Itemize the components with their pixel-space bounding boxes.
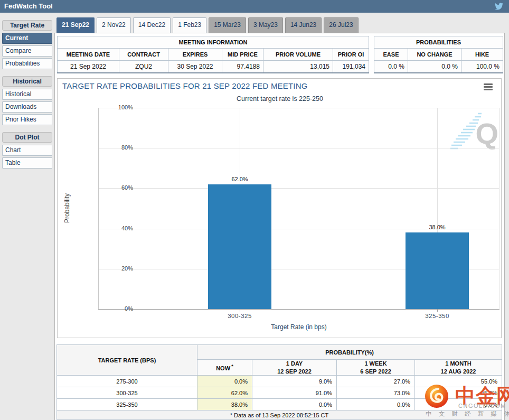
- x-tick: [240, 309, 240, 312]
- twitter-icon[interactable]: [494, 2, 504, 11]
- bar: [208, 184, 271, 309]
- x-axis-title: Target Rate (in bps): [98, 323, 499, 331]
- 1week-cell: 73.0%: [337, 387, 415, 399]
- now-cell: 0.0%: [197, 376, 252, 387]
- probabilities-row: 0.0 % 0.0 % 100.0 %: [374, 61, 503, 73]
- meeting-date-value: 21 Sep 2022: [58, 61, 119, 73]
- table-row: 275-300 0.0% 9.0% 27.0% 55.0%: [57, 376, 502, 387]
- col-header-prior-volume: PRIOR VOLUME: [263, 49, 333, 61]
- fedwatch-tool-screen: FedWatch Tool Target Rate Current Compar…: [0, 0, 509, 420]
- prior-oi-value: 191,034: [333, 61, 369, 73]
- y-axis-line: [98, 108, 99, 309]
- 1day-cell: 0.0%: [252, 399, 337, 410]
- app-title: FedWatch Tool: [4, 0, 53, 13]
- col-header-1month: 1 MONTH12 AUG 2022: [415, 360, 502, 376]
- rate-cell: 325-350: [57, 399, 197, 410]
- rate-cell: 300-325: [57, 387, 197, 399]
- now-cell: 62.0%: [197, 387, 252, 399]
- target-rate-bps-header: TARGET RATE (BPS): [57, 345, 197, 376]
- ease-value: 0.0 %: [374, 61, 408, 73]
- 1day-date: 12 SEP 2022: [257, 368, 332, 375]
- col-header-mid-price: MID PRICE: [222, 49, 263, 61]
- 1day-label: 1 DAY: [257, 360, 332, 367]
- x-tick: [437, 309, 438, 312]
- bar-value-label: 62.0%: [208, 176, 271, 182]
- sidebar-item-compare[interactable]: Compare: [2, 45, 52, 57]
- 1month-cell: 45.0%: [415, 387, 502, 399]
- mid-price-value: 97.4188: [222, 61, 263, 73]
- rate-cell: 275-300: [57, 376, 197, 387]
- chart-subtitle: Current target rate is 225-250: [58, 95, 502, 102]
- sidebar-section-historical: Historical: [2, 76, 52, 87]
- tab-26-jul23[interactable]: 26 Jul23: [324, 17, 358, 33]
- tab-15-mar23[interactable]: 15 Mar23: [209, 17, 246, 33]
- chart-panel: TARGET RATE PROBABILITIES FOR 21 SEP 202…: [57, 78, 502, 338]
- y-tick-label: 40%: [96, 225, 133, 231]
- meeting-info-row: 21 Sep 2022 ZQU2 30 Sep 2022 97.4188 13,…: [58, 61, 369, 73]
- col-header-1day: 1 DAY12 SEP 2022: [252, 360, 337, 376]
- prior-volume-value: 13,015: [263, 61, 333, 73]
- bar: [406, 232, 469, 309]
- data-as-of-footnote: * Data as of 13 Sep 2022 08:52:15 CT: [57, 410, 502, 420]
- tab-21-sep22[interactable]: 21 Sep22: [56, 17, 95, 33]
- 1month-cell: 0.0%: [415, 399, 502, 410]
- y-axis-title: Probability: [63, 163, 71, 253]
- y-tick-label: 80%: [96, 144, 133, 151]
- sidebar-item-table[interactable]: Table: [2, 157, 52, 169]
- bar-chart-plot: 0% 20% 40% 60% 80% 100% 62.0% 38.0% 300-…: [98, 108, 499, 309]
- tab-14-dec22[interactable]: 14 Dec22: [133, 17, 171, 33]
- x-category-label: 325-350: [406, 313, 469, 319]
- sidebar-section-dot-plot: Dot Plot: [2, 132, 52, 143]
- y-tick-label: 100%: [96, 104, 133, 110]
- 1month-date: 12 AUG 2022: [419, 368, 497, 375]
- col-header-meeting-date: MEETING DATE: [58, 49, 119, 61]
- 1day-cell: 91.0%: [252, 387, 337, 399]
- expires-value: 30 Sep 2022: [168, 61, 222, 73]
- hamburger-menu-icon[interactable]: [484, 83, 493, 91]
- sidebar-item-chart[interactable]: Chart: [2, 145, 52, 156]
- col-header-ease: EASE: [374, 49, 408, 61]
- sidebar: Target Rate Current Compare Probabilitie…: [2, 20, 52, 170]
- hike-value: 100.0 %: [461, 61, 503, 73]
- probabilities-title: PROBABILITIES: [374, 36, 503, 49]
- 1month-label: 1 MONTH: [419, 360, 497, 367]
- sidebar-item-downloads[interactable]: Downloads: [2, 101, 52, 113]
- no-change-value: 0.0 %: [408, 61, 461, 73]
- tab-2-nov22[interactable]: 2 Nov22: [97, 17, 131, 33]
- chart-title: TARGET RATE PROBABILITIES FOR 21 SEP 202…: [62, 81, 308, 90]
- sidebar-item-current[interactable]: Current: [2, 33, 52, 44]
- col-header-prior-oi: PRIOR OI: [333, 49, 369, 61]
- bar-value-label: 38.0%: [406, 224, 469, 230]
- now-cell: 38.0%: [197, 399, 252, 410]
- probability-pct-header: PROBABILITY(%): [197, 345, 502, 360]
- col-header-expires: EXPIRES: [168, 49, 222, 61]
- tab-3-may23[interactable]: 3 May23: [248, 17, 283, 33]
- sidebar-item-probabilities[interactable]: Probabilities: [2, 58, 52, 69]
- col-header-hike: HIKE: [461, 49, 503, 61]
- sidebar-item-historical[interactable]: Historical: [2, 89, 52, 100]
- bar-group: 62.0%: [208, 108, 271, 309]
- bar-group: 38.0%: [406, 108, 469, 309]
- tab-1-feb23[interactable]: 1 Feb23: [173, 17, 206, 33]
- col-header-no-change: NO CHANGE: [408, 49, 461, 61]
- col-header-contract: CONTRACT: [119, 49, 168, 61]
- y-tick-label: 0%: [96, 305, 133, 312]
- 1day-cell: 9.0%: [252, 376, 337, 387]
- 1week-date: 6 SEP 2022: [341, 368, 410, 375]
- now-asterisk: *: [231, 363, 233, 369]
- v-gridline: [499, 108, 499, 309]
- sidebar-item-prior-hikes[interactable]: Prior Hikes: [2, 114, 52, 125]
- tab-14-jun23[interactable]: 14 Jun23: [285, 17, 322, 33]
- 1week-cell: 27.0%: [337, 376, 415, 387]
- table-row: 325-350 38.0% 0.0% 0.0% 0.0%: [57, 399, 502, 410]
- col-header-now: NOW *: [197, 360, 252, 376]
- y-tick-label: 60%: [96, 184, 133, 191]
- top-bar: FedWatch Tool: [0, 0, 509, 13]
- x-category-label: 300-325: [208, 313, 271, 319]
- x-axis-line: [98, 309, 499, 310]
- contract-value: ZQU2: [119, 61, 168, 73]
- 1month-cell: 55.0%: [415, 376, 502, 387]
- probability-history-table: TARGET RATE (BPS) PROBABILITY(%) NOW * 1…: [56, 344, 502, 420]
- col-header-1week: 1 WEEK6 SEP 2022: [337, 360, 415, 376]
- now-label: NOW: [216, 365, 230, 371]
